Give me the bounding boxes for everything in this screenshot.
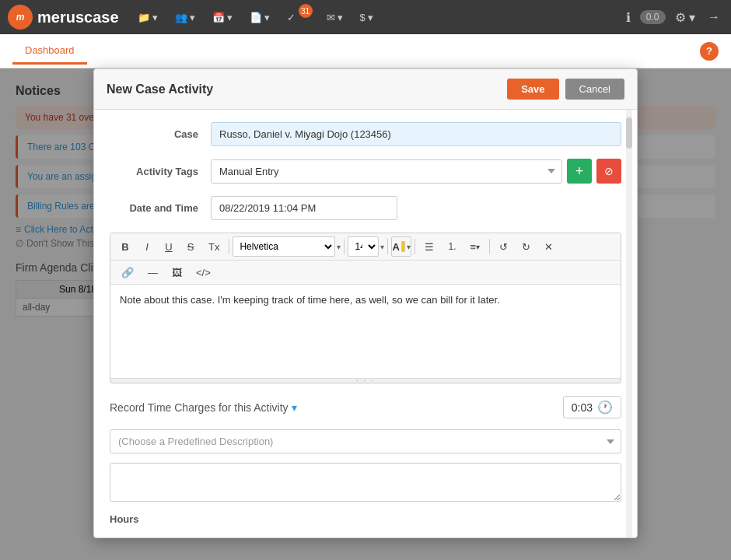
unordered-list-button[interactable]: ☰	[418, 236, 440, 257]
modal-body: Case Activity Tags Manual Entry Phone Ca…	[94, 110, 637, 537]
logo-area: m meruscase	[8, 5, 119, 30]
insert-link-button[interactable]: 🔗	[115, 262, 140, 282]
activity-tags-controls: Manual Entry Phone Call Email Meeting Re…	[211, 159, 621, 184]
tasks-icon: ✓	[287, 12, 296, 23]
redo-button[interactable]: ↻	[516, 236, 537, 257]
undo-button[interactable]: ↺	[493, 236, 514, 257]
toolbar-separator-3	[387, 239, 388, 254]
nav-right: ℹ 0.0 ⚙ ▾ →	[623, 7, 723, 28]
datetime-label: Date and Time	[110, 202, 211, 214]
save-button[interactable]: Save	[507, 79, 558, 100]
font-family-select[interactable]: Helvetica Arial Times New Roman	[233, 236, 335, 257]
files-nav[interactable]: 📁 ▾	[131, 9, 164, 26]
datetime-input[interactable]	[211, 196, 397, 220]
new-case-activity-modal: New Case Activity Save Cancel Case Activ…	[93, 68, 638, 538]
logo-icon: m	[8, 5, 33, 30]
modal-header-buttons: Save Cancel	[507, 79, 624, 100]
clock-icon: 🕐	[597, 400, 613, 415]
modal-title: New Case Activity	[107, 82, 213, 96]
rich-text-editor: B I U S Tx Helvetica Arial Times New Rom…	[110, 233, 621, 383]
calendar-nav[interactable]: 📅 ▾	[206, 9, 239, 26]
description-textarea[interactable]	[110, 463, 621, 502]
dropdown-chevron-icon: ▾	[292, 401, 297, 414]
insert-image-button[interactable]: 🖼	[166, 262, 188, 282]
hours-label: Hours	[110, 513, 621, 525]
toolbar-separator-4	[414, 239, 415, 254]
case-input[interactable]	[211, 122, 621, 146]
strikethrough-button[interactable]: S	[180, 236, 201, 257]
folder-icon: 📁	[138, 12, 150, 23]
editor-toolbar-row2: 🔗 — 🖼 </>	[110, 261, 621, 285]
editor-resize-handle[interactable]: · · ·	[110, 378, 621, 383]
tasks-badge: 31	[299, 4, 313, 18]
fullscreen-button[interactable]: ✕	[538, 236, 559, 257]
editor-content-area[interactable]: Note about this case. I'm keeping track …	[110, 285, 621, 378]
activity-tags-label: Activity Tags	[110, 166, 211, 177]
logo-text: meruscase	[37, 9, 119, 26]
activity-tags-field: Manual Entry Phone Call Email Meeting Re…	[211, 159, 621, 184]
info-button[interactable]: ℹ	[623, 7, 634, 28]
highlight-icon: A	[392, 241, 399, 253]
help-button[interactable]: ?	[700, 42, 719, 61]
settings-button[interactable]: ⚙ ▾	[672, 7, 698, 28]
modal-scroll-thumb	[626, 117, 632, 149]
font-size-select[interactable]: 14 10 12 16 18	[348, 236, 379, 257]
activity-tags-row: Activity Tags Manual Entry Phone Call Em…	[110, 159, 621, 184]
cancel-button[interactable]: Cancel	[565, 79, 624, 100]
insert-code-button[interactable]: </>	[190, 262, 217, 282]
record-time-row: Record Time Charges for this Activity ▾ …	[110, 396, 621, 418]
document-icon: 📄	[250, 12, 262, 23]
calendar-icon: 📅	[212, 12, 225, 23]
activity-tags-select[interactable]: Manual Entry Phone Call Email Meeting Re…	[211, 159, 562, 184]
case-field-row: Case	[110, 122, 621, 146]
font-dropdown-icon: ▾	[337, 243, 341, 251]
time-display: 0:03 🕐	[563, 396, 621, 418]
toolbar-separator-1	[229, 239, 229, 254]
color-dropdown-icon: ▾	[407, 243, 411, 251]
modal-scrollbar[interactable]	[626, 110, 632, 537]
dollar-icon: $	[360, 12, 366, 23]
image-icon: 🖼	[172, 267, 182, 278]
size-dropdown-icon: ▾	[380, 243, 384, 251]
ordered-list-button[interactable]: 1.	[442, 236, 462, 257]
underline-button[interactable]: U	[159, 236, 179, 257]
align-button[interactable]: ≡ ▾	[463, 236, 486, 257]
secondbar: Dashboard ?	[0, 34, 731, 68]
clear-format-button[interactable]: Tx	[202, 236, 226, 257]
remove-activity-tag-button[interactable]: ⊘	[596, 159, 621, 184]
color-indicator	[401, 241, 406, 252]
insert-hr-button[interactable]: —	[142, 262, 164, 282]
italic-button[interactable]: I	[137, 236, 157, 257]
score-badge: 0.0	[640, 10, 666, 24]
resize-indicator: · · ·	[356, 376, 375, 383]
mail-nav[interactable]: ✉ ▾	[320, 9, 349, 26]
toolbar-separator-5	[489, 239, 490, 254]
editor-toolbar-row1: B I U S Tx Helvetica Arial Times New Rom…	[110, 233, 621, 261]
toolbar-separator-2	[344, 239, 345, 254]
billing-nav[interactable]: $ ▾	[354, 9, 379, 26]
text-color-button[interactable]: A ▾	[391, 236, 411, 257]
case-field	[211, 122, 621, 146]
ol-icon: 1.	[448, 241, 456, 252]
datetime-field	[211, 196, 621, 220]
add-activity-tag-button[interactable]: +	[567, 159, 592, 184]
contacts-nav[interactable]: 👥 ▾	[169, 9, 201, 26]
case-label: Case	[110, 128, 211, 140]
modal-header: New Case Activity Save Cancel	[94, 69, 637, 110]
predefined-description-select[interactable]: (Choose a Predefined Description)	[110, 429, 621, 453]
datetime-row: Date and Time	[110, 196, 621, 220]
documents-nav[interactable]: 📄 ▾	[243, 9, 276, 26]
bold-button[interactable]: B	[115, 236, 135, 257]
people-icon: 👥	[175, 12, 187, 23]
topbar: m meruscase 📁 ▾ 👥 ▾ 📅 ▾ 📄 ▾ ✓ 31 ✉ ▾ $ ▾…	[0, 0, 731, 34]
mail-icon: ✉	[327, 12, 335, 23]
tab-dashboard[interactable]: Dashboard	[12, 38, 87, 65]
time-value: 0:03	[572, 401, 593, 414]
logout-button[interactable]: →	[705, 7, 723, 27]
time-charges-section: Record Time Charges for this Activity ▾ …	[110, 396, 621, 525]
record-time-label: Record Time Charges for this Activity ▾	[110, 401, 563, 414]
